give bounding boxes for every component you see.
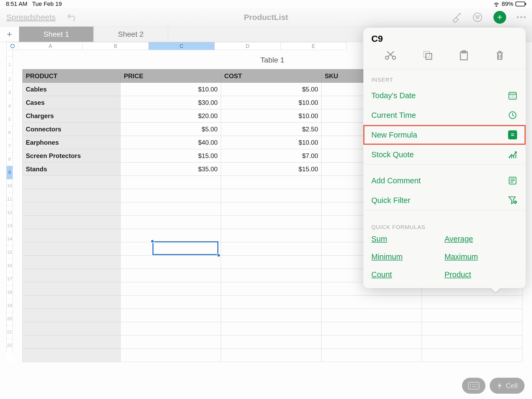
insert-current-time[interactable]: Current Time — [363, 105, 526, 125]
cell[interactable] — [120, 322, 221, 335]
cell[interactable] — [321, 296, 422, 309]
cell[interactable] — [221, 229, 322, 242]
cell[interactable] — [221, 202, 322, 216]
col-header-e[interactable]: E — [281, 42, 347, 50]
row-header-15[interactable]: 15 — [6, 246, 13, 259]
paste-icon[interactable] — [459, 50, 469, 62]
row-header-12[interactable]: 12 — [6, 206, 13, 219]
cell[interactable] — [23, 309, 120, 322]
col-header-c[interactable]: C — [149, 42, 215, 50]
header-price[interactable]: PRICE — [120, 69, 221, 83]
cell[interactable] — [221, 282, 322, 296]
cell-price[interactable]: $10.00 — [120, 83, 221, 96]
cell-product[interactable]: Cases — [23, 96, 120, 109]
cell[interactable] — [23, 216, 120, 229]
cell-cost[interactable]: $10.00 — [221, 136, 322, 149]
cell[interactable] — [221, 309, 322, 322]
cell[interactable] — [23, 256, 120, 269]
filter-sort-icon[interactable] — [472, 12, 483, 23]
row-header-2[interactable]: 2 — [6, 73, 13, 86]
cell[interactable] — [221, 176, 322, 189]
cell-cost[interactable]: $5.00 — [221, 83, 322, 96]
cell[interactable] — [23, 322, 120, 335]
cell[interactable] — [321, 322, 422, 335]
cell[interactable] — [422, 335, 522, 349]
cell[interactable] — [120, 296, 221, 309]
cell-mode-button[interactable]: Cell — [490, 378, 525, 394]
row-header-20[interactable]: 20 — [6, 312, 13, 326]
col-header-a[interactable]: A — [18, 42, 83, 50]
cell[interactable] — [120, 189, 221, 202]
cell-cost[interactable]: $10.00 — [221, 96, 322, 109]
cell[interactable] — [221, 349, 322, 362]
cell-cost[interactable]: $7.00 — [221, 149, 322, 163]
cell[interactable] — [120, 229, 221, 242]
cell[interactable] — [23, 176, 120, 189]
insert-stock-quote[interactable]: Stock Quote — [363, 145, 526, 164]
cell[interactable] — [23, 282, 120, 296]
cell[interactable] — [23, 189, 120, 202]
cut-icon[interactable] — [384, 50, 397, 62]
cell-price[interactable]: $5.00 — [120, 123, 221, 136]
add-button[interactable]: + — [493, 11, 506, 24]
cell[interactable] — [120, 309, 221, 322]
cell[interactable] — [221, 335, 322, 349]
formula-count[interactable]: Count — [371, 270, 444, 279]
cell[interactable] — [23, 349, 120, 362]
cell[interactable] — [23, 269, 120, 282]
cell-product[interactable]: Stands — [23, 163, 120, 176]
cell-cost[interactable]: $2.50 — [221, 123, 322, 136]
row-header-14[interactable]: 14 — [6, 232, 13, 246]
cell[interactable] — [120, 176, 221, 189]
cell[interactable] — [221, 256, 322, 269]
row-header-16[interactable]: 16 — [6, 259, 13, 272]
row-header-3[interactable]: 3 — [6, 86, 13, 99]
row-header-13[interactable]: 13 — [6, 219, 13, 232]
cell-product[interactable]: Connectors — [23, 123, 120, 136]
document-title[interactable]: ProductList — [244, 13, 288, 22]
cell-product[interactable]: Screen Protectors — [23, 149, 120, 163]
cell[interactable] — [120, 216, 221, 229]
cell[interactable] — [221, 322, 322, 335]
cell[interactable] — [221, 189, 322, 202]
add-comment[interactable]: Add Comment — [363, 171, 526, 190]
row-header-22[interactable]: 22 — [6, 339, 13, 352]
header-cost[interactable]: COST — [221, 69, 322, 83]
back-button[interactable]: Spreadsheets — [6, 13, 56, 22]
keyboard-button[interactable] — [462, 378, 485, 394]
cell-price[interactable]: $15.00 — [120, 149, 221, 163]
add-sheet-button[interactable]: + — [0, 27, 19, 42]
formula-product[interactable]: Product — [444, 270, 518, 279]
sheet-tab-2[interactable]: Sheet 2 — [94, 27, 168, 42]
cell[interactable] — [422, 349, 522, 362]
quick-filter[interactable]: Quick Filter — [363, 190, 526, 210]
cell-product[interactable]: Chargers — [23, 109, 120, 123]
cell[interactable] — [221, 269, 322, 282]
row-header-18[interactable]: 18 — [6, 286, 13, 299]
cell[interactable] — [120, 282, 221, 296]
delete-icon[interactable] — [495, 50, 505, 62]
cell-cost[interactable]: $15.00 — [221, 163, 322, 176]
row-header-9[interactable]: 9 — [6, 166, 13, 179]
cell[interactable] — [120, 335, 221, 349]
row-header-5[interactable]: 5 — [6, 113, 13, 126]
cell[interactable] — [23, 242, 120, 256]
formula-maximum[interactable]: Maximum — [444, 252, 518, 261]
formula-average[interactable]: Average — [444, 235, 518, 243]
cell[interactable] — [321, 309, 422, 322]
cell[interactable] — [120, 256, 221, 269]
formula-minimum[interactable]: Minimum — [371, 252, 444, 261]
row-header-8[interactable]: 8 — [6, 153, 13, 166]
cell-price[interactable]: $30.00 — [120, 96, 221, 109]
cell[interactable] — [221, 296, 322, 309]
cell[interactable] — [422, 296, 522, 309]
cell-price[interactable]: $35.00 — [120, 163, 221, 176]
cell[interactable] — [422, 322, 522, 335]
insert-new-formula[interactable]: New Formula = — [363, 125, 526, 145]
cell[interactable] — [120, 202, 221, 216]
row-header-17[interactable]: 17 — [6, 272, 13, 286]
undo-button[interactable] — [66, 13, 77, 22]
formula-sum[interactable]: Sum — [371, 235, 444, 243]
cell-price[interactable]: $40.00 — [120, 136, 221, 149]
copy-icon[interactable] — [423, 50, 433, 62]
